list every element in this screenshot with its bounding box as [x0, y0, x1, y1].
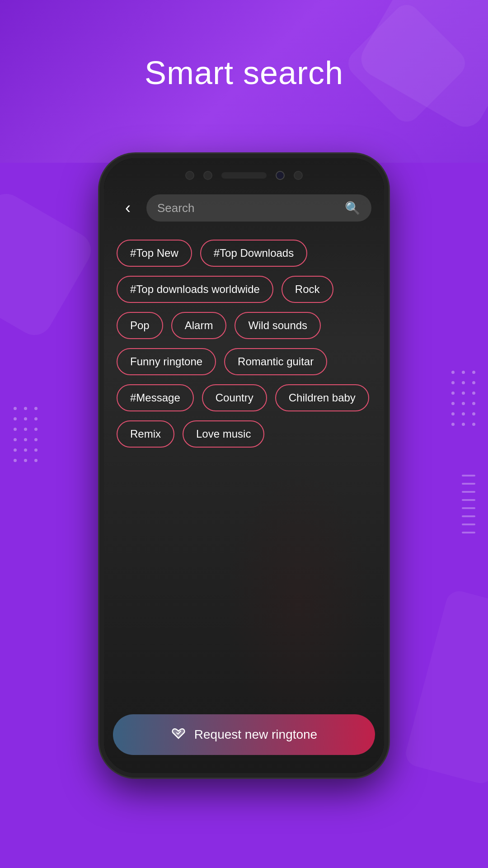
- request-btn-heart-icon: [171, 725, 186, 744]
- sensor-dot-2: [203, 171, 212, 180]
- request-btn-container: Request new ringtone: [113, 714, 375, 755]
- tags-row-3: Pop Alarm Wild sounds: [117, 312, 371, 339]
- screen-content: ‹ Search 🔍 #Top New #Top: [104, 158, 384, 773]
- tag-love-music[interactable]: Love music: [183, 420, 264, 448]
- power-button: [385, 249, 389, 280]
- tag-alarm[interactable]: Alarm: [171, 312, 227, 339]
- sensor-dot-3: [294, 171, 303, 180]
- deco-dots-right: [451, 371, 475, 426]
- tag-wild-sounds[interactable]: Wild sounds: [235, 312, 321, 339]
- tags-row-6: Remix Love music: [117, 420, 371, 448]
- speaker-grille: [221, 172, 267, 179]
- search-icon[interactable]: 🔍: [345, 201, 361, 216]
- tags-row-1: #Top New #Top Downloads: [117, 240, 371, 267]
- tags-area: #Top New #Top Downloads #Top downloads w…: [104, 231, 384, 773]
- sensor-dot-1: [185, 171, 194, 180]
- volume-up-button: [99, 240, 103, 262]
- tags-row-2: #Top downloads worldwide Rock: [117, 276, 371, 303]
- page-title: Smart search: [0, 54, 488, 91]
- tags-row-4: Funny ringtone Romantic guitar: [117, 348, 371, 375]
- phone-shell: ‹ Search 🔍 #Top New #Top: [99, 154, 389, 778]
- deco-lines-right: [462, 475, 475, 533]
- phone-screen: ‹ Search 🔍 #Top New #Top: [104, 158, 384, 773]
- tag-top-downloads[interactable]: #Top Downloads: [200, 240, 307, 267]
- search-area: ‹ Search 🔍: [104, 158, 384, 231]
- front-camera: [276, 171, 285, 180]
- tag-funny-ringtone[interactable]: Funny ringtone: [117, 348, 216, 375]
- request-btn-label: Request new ringtone: [194, 727, 317, 742]
- phone-mockup: ‹ Search 🔍 #Top New #Top: [99, 154, 389, 778]
- tag-children-baby[interactable]: Children baby: [275, 384, 369, 411]
- tag-top-new[interactable]: #Top New: [117, 240, 192, 267]
- tag-country[interactable]: Country: [202, 384, 267, 411]
- volume-down-button: [99, 276, 103, 312]
- tag-romantic-guitar[interactable]: Romantic guitar: [224, 348, 327, 375]
- tag-pop[interactable]: Pop: [117, 312, 163, 339]
- deco-dots-left: [14, 407, 38, 462]
- phone-sensors: [185, 171, 303, 180]
- tags-row-5: #Message Country Children baby: [117, 384, 371, 411]
- tag-rock[interactable]: Rock: [282, 276, 333, 303]
- tag-remix[interactable]: Remix: [117, 420, 174, 448]
- tag-message[interactable]: #Message: [117, 384, 194, 411]
- back-arrow-icon: ‹: [125, 200, 131, 216]
- search-placeholder-text: Search: [157, 201, 194, 215]
- request-new-ringtone-button[interactable]: Request new ringtone: [113, 714, 375, 755]
- back-button[interactable]: ‹: [117, 197, 139, 219]
- tag-top-downloads-worldwide[interactable]: #Top downloads worldwide: [117, 276, 273, 303]
- search-bar[interactable]: Search 🔍: [146, 194, 371, 222]
